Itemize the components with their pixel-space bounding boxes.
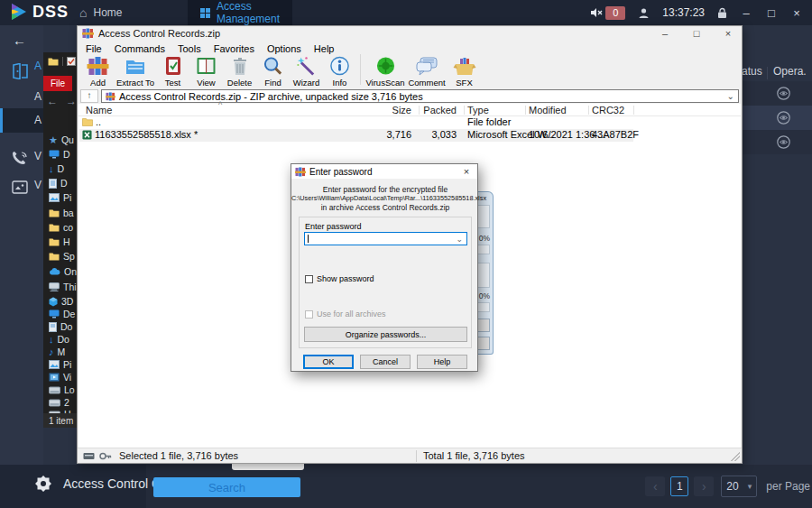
cancel-button[interactable]: Cancel xyxy=(360,355,411,369)
up-directory-button[interactable]: ↑ xyxy=(80,89,98,103)
virusscan-button[interactable]: VirusScan xyxy=(364,54,406,88)
tree-item-pictures[interactable]: Pi xyxy=(49,358,71,371)
winrar-maximize-button[interactable]: □ xyxy=(683,28,710,39)
col-packed[interactable]: Packed xyxy=(420,105,457,115)
checkbox-box xyxy=(305,275,313,283)
tree-item-this-pc[interactable]: Thi xyxy=(49,281,77,293)
tree-item-folder[interactable]: Sp xyxy=(49,250,75,263)
tree-item-folder[interactable]: co xyxy=(49,221,73,234)
find-button[interactable]: Find xyxy=(256,54,290,88)
info-button[interactable]: Info xyxy=(323,54,356,88)
toolbar-label: Comment xyxy=(408,78,445,88)
chevron-down-icon[interactable]: ⌄ xyxy=(456,235,466,244)
dss-minimize-button[interactable]: – xyxy=(740,6,752,20)
dss-close-button[interactable]: × xyxy=(790,6,803,20)
col-type[interactable]: Type xyxy=(467,105,489,115)
comment-icon xyxy=(415,55,438,77)
sfx-button[interactable]: SFX xyxy=(448,54,481,88)
pc-icon xyxy=(49,282,60,291)
col-size[interactable]: Size xyxy=(357,105,411,115)
organize-passwords-button[interactable]: Organize passwords... xyxy=(304,327,467,342)
password-dialog-titlebar[interactable]: Enter password × xyxy=(291,164,477,179)
file-crc32: 43A87B2F xyxy=(592,129,639,140)
add-button[interactable]: Add xyxy=(81,54,115,88)
page-size-select[interactable]: 20 ▾ xyxy=(721,476,757,497)
prev-page-button[interactable]: ‹ xyxy=(645,476,665,496)
file-row-xlsx[interactable]: 11633552585518.xlsx * 3,716 3,033 Micros… xyxy=(78,129,741,142)
tree-item-folder[interactable]: H xyxy=(49,236,70,248)
sidebar-sub-label-active[interactable]: A xyxy=(34,114,42,126)
view-eye-icon[interactable] xyxy=(777,111,790,125)
delete-button[interactable]: Delete xyxy=(223,54,256,88)
page-number-button[interactable]: 1 xyxy=(670,476,688,496)
tree-item-pictures[interactable]: Pi xyxy=(49,191,71,204)
speaker-muted-icon xyxy=(590,7,603,18)
music-icon: ♪ xyxy=(49,346,54,357)
tree-item-quick-access[interactable]: ★ Qu xyxy=(49,134,74,146)
file-explorer-window: File ← → ★ Qu D ↓ D D Pi ba xyxy=(43,52,77,428)
tree-label: co xyxy=(63,222,73,233)
next-page-button[interactable]: › xyxy=(694,476,714,496)
download-icon: ↓ xyxy=(49,163,54,174)
winrar-icon xyxy=(295,167,306,177)
dss-maximize-button[interactable]: □ xyxy=(765,6,778,20)
password-dialog-close-button[interactable]: × xyxy=(456,166,477,177)
show-password-checkbox[interactable]: Show password xyxy=(305,274,374,283)
tree-item-desktop[interactable]: De xyxy=(49,308,75,320)
tree-item-music[interactable]: ♪ M xyxy=(49,346,65,358)
col-name[interactable]: Name xyxy=(86,105,112,115)
nav-forward-icon[interactable]: → xyxy=(66,95,77,107)
tab-access-management[interactable]: Access Management xyxy=(188,0,292,25)
info-line-2-path: C:\Users\William\AppData\Local\Temp\Rar.… xyxy=(291,194,479,203)
archive-address-combo[interactable]: Access Control Records.zip - ZIP archive… xyxy=(101,89,739,103)
col-crc32[interactable]: CRC32 xyxy=(592,105,624,115)
search-button[interactable]: Search xyxy=(153,477,300,497)
tree-item-documents[interactable]: Do xyxy=(49,320,72,333)
tab-access-label: Access Management xyxy=(217,0,292,25)
properties-icon[interactable] xyxy=(67,57,76,66)
lock-icon[interactable] xyxy=(717,7,727,19)
explorer-file-menu[interactable]: File xyxy=(43,76,72,91)
mute-control[interactable]: 0 xyxy=(590,6,625,20)
tree-item-downloads[interactable]: ↓ D xyxy=(49,162,64,175)
resize-grip[interactable] xyxy=(731,452,740,461)
tree-item-drive[interactable]: 2 xyxy=(49,396,69,409)
view-eye-icon[interactable] xyxy=(777,135,790,149)
nav-back-icon[interactable]: ← xyxy=(47,95,58,107)
sidebar-sub-label[interactable]: A xyxy=(34,90,42,103)
tree-item-local-disk[interactable]: Lo xyxy=(49,383,75,396)
tree-label: H xyxy=(63,236,70,247)
col-modified[interactable]: Modified xyxy=(529,105,567,115)
test-button[interactable]: Test xyxy=(156,54,189,88)
user-icon[interactable] xyxy=(638,7,650,19)
wizard-button[interactable]: Wizard xyxy=(290,54,323,88)
ok-button[interactable]: OK xyxy=(303,355,354,369)
winrar-close-button[interactable]: × xyxy=(715,28,742,39)
extract-to-button[interactable]: Extract To xyxy=(115,54,156,88)
help-button[interactable]: Help xyxy=(417,355,467,369)
folder-icon xyxy=(49,252,60,261)
sidebar-back-icon[interactable]: ← xyxy=(13,32,26,48)
winrar-toolbar: Add Extract To Test View xyxy=(81,54,738,88)
view-eye-icon[interactable] xyxy=(777,87,790,100)
tree-item-desktop[interactable]: D xyxy=(49,148,70,161)
folder-icon xyxy=(82,117,93,126)
winrar-titlebar[interactable]: Access Control Records.zip – □ × xyxy=(78,26,742,41)
comment-button[interactable]: Comment xyxy=(406,54,448,88)
view-button[interactable]: View xyxy=(189,54,223,88)
password-input[interactable]: ⌄ xyxy=(304,232,467,245)
tree-label: Thi xyxy=(63,282,77,292)
chevron-down-icon[interactable]: ⌄ xyxy=(727,91,734,101)
tree-item-videos[interactable]: Vi xyxy=(49,371,71,383)
file-row-parent[interactable]: .. File folder xyxy=(78,116,741,129)
tree-item-documents[interactable]: D xyxy=(49,177,68,189)
tree-item-3d-objects[interactable]: 3D xyxy=(49,295,73,308)
tree-item-downloads[interactable]: ↓ Do xyxy=(49,333,69,346)
winrar-minimize-button[interactable]: – xyxy=(651,28,678,39)
cloud-icon xyxy=(49,268,60,275)
tree-item-onedrive[interactable]: On xyxy=(49,265,77,278)
tab-home[interactable]: ⌂ Home xyxy=(79,0,122,25)
tree-item-folder[interactable]: ba xyxy=(49,207,74,219)
progress-percent: 0% xyxy=(479,234,490,243)
column-operation: Opera. xyxy=(773,65,807,78)
